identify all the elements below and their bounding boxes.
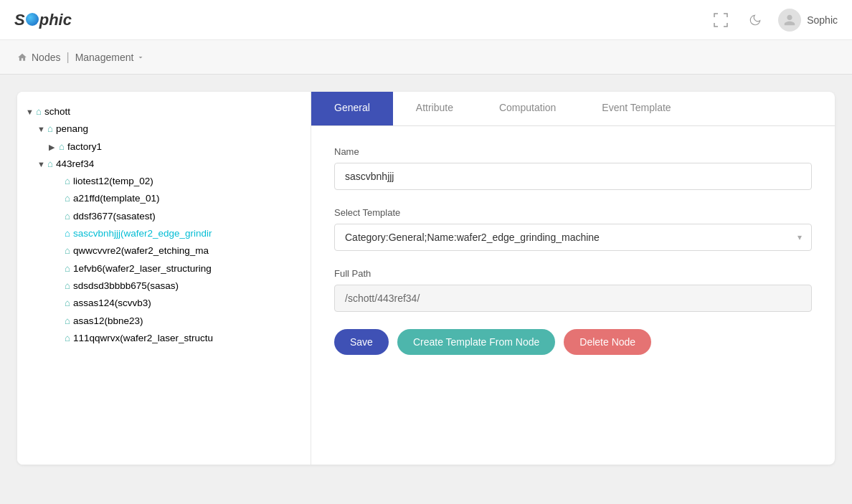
home-node-icon: ⌂ bbox=[59, 141, 65, 152]
home-node-icon: ⌂ bbox=[65, 298, 70, 308]
logo: Sphic bbox=[14, 11, 72, 29]
caret-icon bbox=[55, 332, 65, 346]
caret-icon: ▼ bbox=[37, 123, 47, 137]
select-wrapper: Category:General;Name:wafer2_edge_grindi… bbox=[334, 224, 812, 251]
caret-icon: ▶ bbox=[49, 141, 59, 155]
caret-icon bbox=[55, 244, 65, 259]
tab-general[interactable]: General bbox=[311, 92, 393, 125]
fullscreen-button[interactable] bbox=[709, 9, 732, 32]
select-template-dropdown[interactable]: Category:General;Name:wafer2_edge_grindi… bbox=[334, 224, 812, 251]
header: Sphic Sophic bbox=[0, 0, 852, 40]
home-node-icon: ⌂ bbox=[47, 123, 53, 134]
name-label: Name bbox=[334, 146, 812, 157]
breadcrumb: Nodes | Management bbox=[0, 40, 852, 75]
tree-node-schott[interactable]: ▼⌂ schott bbox=[17, 103, 311, 120]
caret-icon bbox=[55, 192, 65, 206]
caret-icon bbox=[55, 210, 65, 224]
tree-node-443ref34[interactable]: ▼⌂ 443ref34 bbox=[17, 156, 311, 173]
tree-sidebar: ▼⌂ schott ▼⌂ penang ▶⌂ factory1 ▼⌂ 443re… bbox=[17, 92, 311, 465]
tree-node-1efvb6[interactable]: ⌂ 1efvb6(wafer2_laser_structuring bbox=[17, 260, 311, 277]
breadcrumb-management[interactable]: Management bbox=[75, 52, 146, 63]
create-template-button[interactable]: Create Template From Node bbox=[397, 329, 555, 355]
caret-icon bbox=[55, 262, 65, 277]
form-group-name: Name bbox=[334, 146, 812, 190]
tree-node-qwwcvvre2[interactable]: ⌂ qwwcvvre2(wafer2_etching_ma bbox=[17, 242, 311, 260]
caret-icon bbox=[55, 280, 65, 294]
caret-icon: ▼ bbox=[26, 105, 36, 120]
user-name: Sophic bbox=[807, 14, 838, 26]
main-content: ▼⌂ schott ▼⌂ penang ▶⌂ factory1 ▼⌂ 443re… bbox=[0, 75, 852, 482]
caret-icon bbox=[55, 175, 65, 189]
tab-computation[interactable]: Computation bbox=[476, 92, 579, 125]
home-node-icon: ⌂ bbox=[65, 245, 70, 256]
tree-node-penang[interactable]: ▼⌂ penang bbox=[17, 120, 311, 138]
right-panel: General Attribute Computation Event Temp… bbox=[311, 92, 835, 465]
delete-node-button[interactable]: Delete Node bbox=[564, 329, 651, 355]
tree-node-assas124[interactable]: ⌂ assas124(scvvb3) bbox=[17, 295, 311, 312]
avatar bbox=[778, 9, 801, 32]
user-area: Sophic bbox=[778, 9, 838, 32]
full-path-label: Full Path bbox=[334, 268, 812, 279]
home-node-icon: ⌂ bbox=[65, 333, 70, 343]
home-node-icon: ⌂ bbox=[47, 158, 53, 169]
tree-node-111qqwrvx[interactable]: ⌂ 111qqwrvx(wafer2_laser_structu bbox=[17, 330, 311, 347]
main-card: ▼⌂ schott ▼⌂ penang ▶⌂ factory1 ▼⌂ 443re… bbox=[17, 92, 835, 465]
breadcrumb-home[interactable]: Nodes bbox=[17, 52, 60, 63]
select-template-label: Select Template bbox=[334, 207, 812, 218]
tab-event-template[interactable]: Event Template bbox=[579, 92, 694, 125]
dark-mode-button[interactable] bbox=[744, 9, 767, 32]
tree-node-asas12[interactable]: ⌂ asas12(bbne23) bbox=[17, 313, 311, 330]
home-node-icon: ⌂ bbox=[65, 211, 70, 222]
caret-icon bbox=[55, 297, 65, 311]
home-node-icon: ⌂ bbox=[65, 176, 70, 186]
form-group-select-template: Select Template Category:General;Name:wa… bbox=[334, 207, 812, 251]
save-button[interactable]: Save bbox=[334, 329, 389, 355]
tree-node-sascvbnhjjj[interactable]: ⌂ sascvbnhjjj(wafer2_edge_grindir bbox=[17, 225, 311, 242]
logo-globe-icon bbox=[26, 13, 39, 26]
tree-node-ddsf3677[interactable]: ⌂ ddsf3677(sasatest) bbox=[17, 208, 311, 225]
home-node-icon: ⌂ bbox=[65, 228, 70, 239]
tree-node-factory1[interactable]: ▶⌂ factory1 bbox=[17, 138, 311, 156]
form-group-full-path: Full Path bbox=[334, 268, 812, 312]
form-area: Name Select Template Category:General;Na… bbox=[311, 126, 835, 375]
full-path-input bbox=[334, 285, 812, 312]
tree-node-a21ffd[interactable]: ⌂ a21ffd(template_01) bbox=[17, 190, 311, 207]
caret-icon bbox=[55, 315, 65, 329]
tree-node-sdsdsd3[interactable]: ⌂ sdsdsd3bbbb675(sasas) bbox=[17, 277, 311, 295]
home-node-icon: ⌂ bbox=[36, 106, 42, 117]
header-actions: Sophic bbox=[709, 9, 838, 32]
home-node-icon: ⌂ bbox=[65, 315, 70, 326]
home-node-icon: ⌂ bbox=[65, 280, 70, 291]
home-node-icon: ⌂ bbox=[65, 263, 70, 274]
breadcrumb-separator: | bbox=[66, 51, 69, 64]
caret-icon bbox=[55, 227, 65, 242]
home-icon bbox=[17, 52, 27, 62]
caret-icon: ▼ bbox=[37, 158, 47, 172]
chevron-down-icon bbox=[136, 53, 145, 62]
tabs-bar: General Attribute Computation Event Temp… bbox=[311, 92, 835, 126]
tree-node-liotest12[interactable]: ⌂ liotest12(temp_02) bbox=[17, 173, 311, 190]
button-row: Save Create Template From Node Delete No… bbox=[334, 329, 812, 355]
breadcrumb-nodes-label: Nodes bbox=[32, 52, 60, 63]
home-node-icon: ⌂ bbox=[65, 193, 70, 204]
name-input[interactable] bbox=[334, 163, 812, 190]
tab-attribute[interactable]: Attribute bbox=[393, 92, 476, 125]
management-label: Management bbox=[75, 52, 134, 63]
logo-text: Sphic bbox=[14, 11, 72, 29]
